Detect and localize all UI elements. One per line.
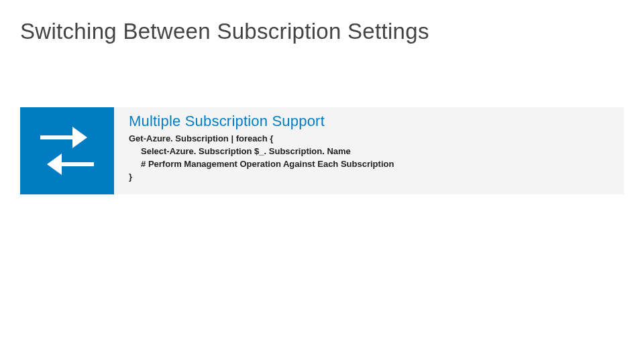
panel-body: Multiple Subscription Support Get-Azure.… (114, 107, 624, 194)
code-line: Select-Azure. Subscription $_. Subscript… (129, 146, 351, 156)
sync-arrows-icon (20, 107, 114, 194)
page-title: Switching Between Subscription Settings (20, 19, 429, 44)
panel-heading: Multiple Subscription Support (129, 113, 609, 130)
code-line: Get-Azure. Subscription | foreach { (129, 133, 273, 143)
code-line: # Perform Management Operation Against E… (129, 159, 394, 169)
content-panel: Multiple Subscription Support Get-Azure.… (20, 107, 624, 194)
code-line: } (129, 172, 132, 182)
slide: Switching Between Subscription Settings … (0, 0, 644, 362)
code-block: Get-Azure. Subscription | foreach { Sele… (129, 133, 609, 183)
